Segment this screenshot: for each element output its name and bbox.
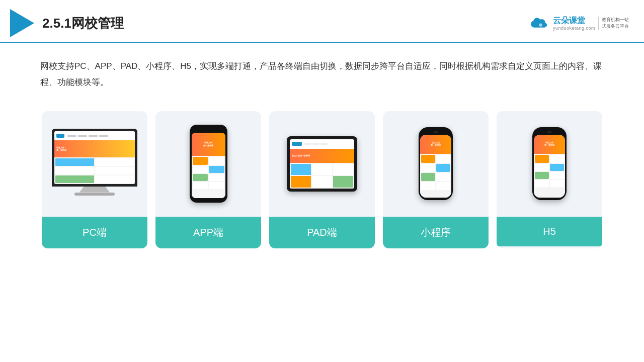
brand-name: 云朵课堂 xyxy=(553,16,585,25)
description-text: 网校支持PC、APP、PAD、小程序、H5，实现多端打通，产品各终端自由切换，数… xyxy=(0,43,644,101)
card-h5: 职达人的第一堂网课 xyxy=(497,111,602,248)
miniprogram-phone-icon: 职达人的第一堂网课 xyxy=(419,127,453,200)
card-h5-image: 职达人的第一堂网课 xyxy=(497,111,602,217)
brand-text: 云朵课堂 yunduoketang.com xyxy=(553,16,595,30)
card-pc-label: PC端 xyxy=(42,217,147,248)
card-pad: 职达人的第一堂网课 PAD端 xyxy=(269,111,375,248)
card-app: 职达人的第一堂网课 xyxy=(155,111,261,248)
page-title: 2.5.1网校管理 xyxy=(42,15,124,32)
app-phone-icon: 职达人的第一堂网课 xyxy=(190,125,227,203)
card-pad-label: PAD端 xyxy=(269,217,375,248)
brand-logo: 云朵课堂 yunduoketang.com 教育机构一站式服务云平台 xyxy=(529,16,629,31)
card-miniprogram-image: 职达人的第一堂网课 xyxy=(383,111,489,217)
brand-slogan: 教育机构一站式服务云平台 xyxy=(598,17,629,30)
card-miniprogram: 职达人的第一堂网课 xyxy=(383,111,489,248)
card-pad-image: 职达人的第一堂网课 xyxy=(269,111,375,217)
pad-tablet-icon: 职达人的第一堂网课 xyxy=(287,136,357,192)
header-left: 2.5.1网校管理 xyxy=(10,9,124,37)
card-app-image: 职达人的第一堂网课 xyxy=(155,111,261,217)
card-app-label: APP端 xyxy=(155,217,261,248)
pc-monitor-icon: 职达人的第一堂网课 xyxy=(52,129,137,199)
logo-triangle-icon xyxy=(10,9,34,37)
card-h5-label: H5 xyxy=(497,217,602,246)
cards-container: 职达人的第一堂网课 xyxy=(0,101,644,258)
card-miniprogram-label: 小程序 xyxy=(383,217,489,248)
h5-phone-icon: 职达人的第一堂网课 xyxy=(532,127,567,200)
header: 2.5.1网校管理 云朵课堂 yunduoketang.com 教育机构一站式服… xyxy=(0,0,644,43)
card-pc: 职达人的第一堂网课 xyxy=(42,111,147,248)
header-right: 云朵课堂 yunduoketang.com 教育机构一站式服务云平台 xyxy=(529,16,629,31)
cloud-icon xyxy=(529,16,550,31)
brand-url: yunduoketang.com xyxy=(553,26,595,31)
card-pc-image: 职达人的第一堂网课 xyxy=(42,111,147,217)
